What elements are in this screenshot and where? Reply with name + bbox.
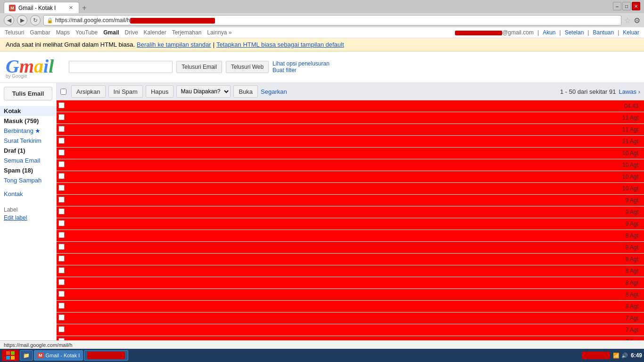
nav-youtube[interactable]: YouTube xyxy=(75,29,98,36)
sidebar-item-terkirim[interactable]: Surat Terkirim xyxy=(0,136,56,146)
email-checkbox-13[interactable] xyxy=(58,255,65,262)
nav-gmail[interactable]: Gmail xyxy=(103,29,119,36)
buka-button[interactable]: Buka xyxy=(233,85,258,98)
email-content-11 xyxy=(68,231,614,240)
active-tab[interactable]: M Gmail - Kotak I ✕ xyxy=(4,2,79,13)
taskbar-file-explorer[interactable]: 📁 xyxy=(20,350,33,361)
nav-telusuri[interactable]: Telusuri xyxy=(5,29,24,36)
email-row[interactable]: 8 Agt xyxy=(57,242,644,254)
email-row[interactable]: 10 Agt xyxy=(57,171,644,183)
email-checkbox-3[interactable] xyxy=(58,138,65,144)
notif-switch-link[interactable]: Beralih ke tampilan standar xyxy=(137,41,211,48)
email-row[interactable]: 9 Agt xyxy=(57,195,644,206)
email-checkbox-17[interactable] xyxy=(58,303,65,309)
taskbar-favicon: M xyxy=(37,353,44,358)
browser-settings-icon[interactable]: ⚙ xyxy=(634,16,640,25)
nav-bantuan[interactable]: Bantuan xyxy=(593,29,614,36)
email-row[interactable]: 8 Agt xyxy=(57,289,644,301)
email-checkbox-14[interactable] xyxy=(58,267,65,273)
segarkan-button[interactable]: Segarkan xyxy=(261,88,287,95)
window-maximize[interactable]: □ xyxy=(622,2,631,10)
window-minimize[interactable]: – xyxy=(613,2,621,10)
email-checkbox-12[interactable] xyxy=(58,244,65,250)
email-checkbox-1[interactable] xyxy=(58,114,65,120)
email-checkbox-10[interactable] xyxy=(58,220,65,226)
email-checkbox-18[interactable] xyxy=(58,314,65,321)
email-checkbox-19[interactable] xyxy=(58,326,65,332)
email-row[interactable]: 9 Agt xyxy=(57,206,644,218)
lihat-opsi-link[interactable]: Lihat opsi penelusuran xyxy=(272,60,330,67)
back-button[interactable]: ◀ xyxy=(4,15,14,25)
edit-label-link[interactable]: Edit label xyxy=(0,214,31,222)
buat-filter-link[interactable]: Buat filter xyxy=(272,67,330,74)
start-button[interactable] xyxy=(2,350,19,361)
select-all-checkbox[interactable] xyxy=(60,89,66,95)
email-row[interactable]: 8 Agt xyxy=(57,254,644,265)
email-row[interactable]: 10 Agt xyxy=(57,159,644,171)
email-row[interactable]: 10 Agt xyxy=(57,148,644,159)
nav-akun[interactable]: Akun xyxy=(543,29,555,36)
compose-button[interactable]: Tulis Email xyxy=(4,87,52,100)
email-row[interactable]: 9 Agt xyxy=(57,218,644,230)
sidebar-item-kotak[interactable]: Kotak xyxy=(0,106,56,116)
email-checkbox-11[interactable] xyxy=(58,232,65,238)
nav-drive[interactable]: Drive xyxy=(125,29,138,36)
sidebar-item-spam[interactable]: Spam (18) xyxy=(0,165,56,175)
search-input[interactable] xyxy=(69,61,173,73)
email-row[interactable]: 8 Agt xyxy=(57,277,644,289)
telusuri-web-button[interactable]: Telusuri Web xyxy=(226,61,269,73)
notif-default-link[interactable]: Tetapkan HTML biasa sebagai tampilan def… xyxy=(216,41,344,48)
nav-maps[interactable]: Maps xyxy=(56,29,70,36)
ini-spam-button[interactable]: Ini Spam xyxy=(108,85,143,98)
sidebar-item-sampah[interactable]: Tong Sampah xyxy=(0,175,56,185)
tab-close-icon[interactable]: ✕ xyxy=(67,5,74,11)
nav-setelan[interactable]: Setelan xyxy=(565,29,584,36)
taskbar-browser-item[interactable]: M Gmail - Kotak I xyxy=(34,350,83,361)
address-bar[interactable]: 🔒 https://mail.google.com/mail/h xyxy=(43,15,621,25)
email-checkbox-0[interactable] xyxy=(58,102,65,108)
mau-diapakan-select[interactable]: Mau Diapakan? xyxy=(176,85,231,98)
email-checkbox-9[interactable] xyxy=(58,208,65,214)
email-row[interactable]: 04.43 xyxy=(57,100,644,112)
nav-keluar[interactable]: Keluar xyxy=(623,29,639,36)
email-checkbox-7[interactable] xyxy=(58,185,65,191)
email-date-5: 10 Agt xyxy=(614,162,642,168)
nav-lainnya[interactable]: Lainnya » xyxy=(207,29,231,36)
email-row[interactable]: 7 Agt xyxy=(57,324,644,336)
sidebar-item-berbintang[interactable]: Berbintang ★ xyxy=(0,126,56,136)
window-close[interactable]: ✕ xyxy=(632,2,640,10)
nav-terjemahan[interactable]: Terjemahan xyxy=(172,29,202,36)
email-row[interactable]: 11 Agt xyxy=(57,136,644,148)
arsipkan-button[interactable]: Arsipkan xyxy=(71,85,106,98)
nav-separator2: | xyxy=(560,29,561,36)
taskbar-redacted-item[interactable] xyxy=(84,350,128,361)
system-tray: 📶 🔊 xyxy=(613,353,628,359)
email-checkbox-6[interactable] xyxy=(58,173,65,179)
sidebar-item-masuk[interactable]: Masuk (759) xyxy=(0,116,56,126)
email-checkbox-4[interactable] xyxy=(58,149,65,156)
email-checkbox-15[interactable] xyxy=(58,279,65,285)
sidebar-item-kontak[interactable]: Kontak xyxy=(0,189,56,199)
reload-button[interactable]: ↻ xyxy=(30,15,41,25)
email-row[interactable]: 11 Agt xyxy=(57,112,644,124)
sidebar-item-draf[interactable]: Draf (1) xyxy=(0,146,56,156)
email-checkbox-5[interactable] xyxy=(58,161,65,167)
forward-button[interactable]: ▶ xyxy=(17,15,27,25)
browser-star-icon[interactable]: ☆ xyxy=(624,16,631,25)
email-row[interactable]: 7 Agt xyxy=(57,313,644,324)
telusuri-email-button[interactable]: Telusuri Email xyxy=(176,61,222,73)
new-tab-button[interactable]: + xyxy=(79,3,90,13)
email-checkbox-16[interactable] xyxy=(58,291,65,297)
email-row[interactable]: 8 Agt xyxy=(57,301,644,313)
nav-kalender[interactable]: Kalender xyxy=(144,29,166,36)
lawas-button[interactable]: Lawas › xyxy=(619,88,640,95)
email-row[interactable]: 8 Agt xyxy=(57,230,644,242)
email-row[interactable]: 11 Agt xyxy=(57,124,644,136)
nav-gambar[interactable]: Gambar xyxy=(30,29,50,36)
email-row[interactable]: 8 Agt xyxy=(57,265,644,277)
email-checkbox-2[interactable] xyxy=(58,126,65,132)
email-row[interactable]: 10 Agt xyxy=(57,183,644,195)
email-checkbox-8[interactable] xyxy=(58,197,65,203)
hapus-button[interactable]: Hapus xyxy=(146,85,174,98)
sidebar-item-semua[interactable]: Semua Email xyxy=(0,156,56,165)
